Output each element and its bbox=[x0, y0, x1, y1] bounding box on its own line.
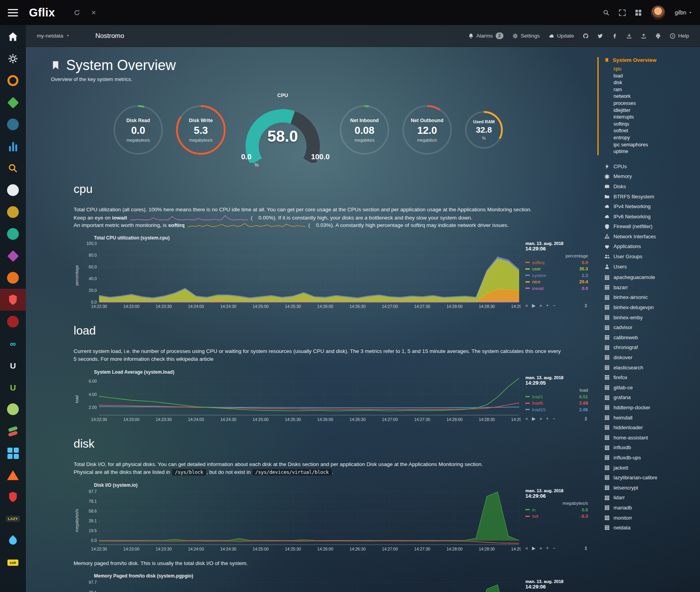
sidebar-app-9[interactable] bbox=[0, 201, 26, 223]
sidebar-section-item[interactable]: IPv4 Networking bbox=[597, 202, 697, 212]
facebook-icon[interactable] bbox=[612, 33, 617, 39]
sidebar-app-item[interactable]: hiddenloader bbox=[597, 423, 697, 433]
sidebar-app-20[interactable] bbox=[0, 442, 26, 464]
legend-item[interactable]: load1 6.51 bbox=[525, 394, 588, 400]
sidebar-app-item[interactable]: jackett bbox=[597, 463, 697, 473]
sidebar-subitem[interactable]: uptime bbox=[604, 148, 697, 155]
sidebar-app-item[interactable]: binhex-delugevpn bbox=[597, 302, 697, 313]
sidebar-app-23[interactable]: LAZY bbox=[0, 508, 26, 530]
sidebar-section-item[interactable]: CPUs bbox=[597, 162, 697, 172]
export-icon[interactable] bbox=[641, 33, 646, 39]
gauge-net-outbound[interactable]: Net Outbound12.0megabits/s bbox=[398, 101, 456, 159]
zoom-out-button[interactable]: − bbox=[553, 416, 556, 421]
search-icon[interactable] bbox=[603, 9, 610, 16]
play-button[interactable]: ▶ bbox=[532, 416, 536, 421]
host-dropdown[interactable]: my-netdata bbox=[37, 33, 70, 39]
sidebar-subitem[interactable]: idlejitter bbox=[604, 107, 697, 114]
legend-item[interactable]: iowait 0.0 bbox=[525, 285, 588, 292]
legend-item[interactable]: out -5.3 bbox=[525, 513, 588, 520]
cpu-plot[interactable]: 100.080.060.040.020.00.014:22:3014:23:00… bbox=[79, 241, 521, 310]
sidebar-app-11[interactable] bbox=[0, 245, 26, 267]
sidebar-subitem[interactable]: processes bbox=[604, 100, 697, 107]
sidebar-section-item[interactable]: BTRFS filesystem bbox=[597, 192, 697, 202]
sidebar-app-item[interactable]: grafana bbox=[597, 392, 697, 403]
sidebar-app-8[interactable] bbox=[0, 179, 26, 201]
sidebar-app-15[interactable]: ∞ bbox=[0, 333, 26, 354]
refresh-tab-icon[interactable] bbox=[74, 9, 80, 16]
alarms-button[interactable]: Alarms 2 bbox=[468, 32, 503, 39]
sidebar-app-item[interactable]: influxdb bbox=[597, 443, 697, 453]
sidebar-app-item[interactable]: chronograf bbox=[597, 342, 697, 353]
sidebar-subitem[interactable]: ipc semaphores bbox=[604, 142, 697, 149]
sidebar-app-item[interactable]: hddtemp-docker bbox=[597, 403, 697, 413]
twitter-icon[interactable] bbox=[597, 33, 603, 39]
settings-button[interactable]: Settings bbox=[512, 33, 540, 39]
disk-plot[interactable]: 97.778.158.639.119.50.014:22:3014:23:001… bbox=[79, 488, 521, 552]
resize-handle[interactable]: ⇕ bbox=[584, 545, 588, 551]
sidebar-app-10[interactable] bbox=[0, 223, 26, 245]
zoom-in-button[interactable]: + bbox=[546, 303, 549, 308]
sidebar-home-button[interactable] bbox=[0, 26, 26, 48]
sidebar-app-18[interactable] bbox=[0, 398, 26, 420]
sidebar-section-item[interactable]: IPv6 Networking bbox=[597, 212, 697, 222]
gauge-disk-write[interactable]: Disk Write5.3megabytes/s bbox=[171, 101, 230, 159]
play-button[interactable]: ▶ bbox=[532, 545, 536, 551]
cpu-chart[interactable]: Total CPU utilization (system.cpu) perce… bbox=[74, 234, 588, 310]
zoom-out-button[interactable]: − bbox=[553, 303, 556, 308]
sidebar-app-item[interactable]: cadvisor bbox=[597, 322, 697, 333]
tabs-grid-icon[interactable] bbox=[635, 9, 642, 16]
sidebar-app-item[interactable]: diskover bbox=[597, 353, 697, 363]
sidebar-subitem[interactable]: entropy bbox=[604, 135, 697, 142]
print-icon[interactable] bbox=[655, 33, 661, 39]
gauge-net-inbound[interactable]: Net Inbound0.08megabits/s bbox=[335, 101, 394, 159]
sidebar-section-item[interactable]: Firewall (netfilter) bbox=[597, 221, 697, 232]
sidebar-app-4[interactable] bbox=[0, 92, 26, 113]
sidebar-subitem[interactable]: cpu bbox=[604, 66, 697, 73]
sidebar-app-item[interactable]: apacheguacamole bbox=[597, 272, 697, 283]
sidebar-app-item[interactable]: lazylibrarian-calibre bbox=[597, 473, 697, 483]
sidebar-app-item[interactable]: firefox bbox=[597, 372, 697, 383]
disk-chart[interactable]: Disk I/O (system.io) megabytes/s 97.778.… bbox=[74, 481, 588, 552]
pan-forward-button[interactable]: » bbox=[539, 545, 542, 551]
github-icon[interactable] bbox=[583, 33, 588, 39]
zoom-in-button[interactable]: + bbox=[546, 545, 549, 551]
fullscreen-icon[interactable] bbox=[619, 9, 626, 16]
legend-item[interactable]: nice 20.4 bbox=[525, 279, 588, 285]
load-plot[interactable]: 6.004.002.0014:22:3014:23:0014:23:3014:2… bbox=[79, 375, 521, 423]
sidebar-app-17[interactable]: U bbox=[0, 376, 26, 398]
sidebar-app-item[interactable]: elasticsearch bbox=[597, 363, 697, 373]
sidebar-app-item[interactable]: calibreweb bbox=[597, 333, 697, 343]
sidebar-app-12[interactable] bbox=[0, 267, 26, 289]
pan-back-button[interactable]: « bbox=[525, 303, 528, 308]
resize-handle[interactable]: ⇕ bbox=[584, 416, 588, 422]
sidebar-subitem[interactable]: softirqs bbox=[604, 121, 697, 128]
sidebar-app-3[interactable] bbox=[0, 70, 26, 92]
sidebar-subitem[interactable]: network bbox=[604, 93, 697, 100]
sidebar-app-22[interactable] bbox=[0, 486, 26, 508]
sidebar-item-system-overview[interactable]: System Overview bbox=[604, 57, 697, 63]
legend-item[interactable]: system 2.3 bbox=[525, 272, 588, 279]
sidebar-app-5[interactable] bbox=[0, 113, 26, 135]
help-button[interactable]: Help bbox=[670, 33, 689, 39]
sidebar-app-14[interactable] bbox=[0, 311, 26, 333]
sidebar-app-item[interactable]: monitorr bbox=[597, 513, 697, 523]
gauge-disk-read[interactable]: Disk Read0.0megabytes/s bbox=[109, 101, 168, 159]
gauge-used-ram[interactable]: Used RAM32.8% bbox=[460, 106, 507, 153]
sidebar-subitem[interactable]: ram bbox=[604, 86, 697, 94]
sidebar-subitem[interactable]: interrupts bbox=[604, 114, 697, 121]
sidebar-app-item[interactable]: netdata bbox=[597, 523, 697, 533]
load-chart[interactable]: System Load Average (system.load) load 6… bbox=[74, 368, 588, 423]
memory-plot[interactable]: 97.778.158.639.119.50.014:22:3014:23:001… bbox=[79, 579, 521, 592]
sidebar-app-6[interactable] bbox=[0, 135, 26, 157]
pan-back-button[interactable]: « bbox=[525, 545, 528, 551]
sidebar-subitem[interactable]: load bbox=[604, 73, 697, 80]
sidebar-app-item[interactable]: influxdb-ups bbox=[597, 453, 697, 463]
sidebar-subitem[interactable]: softnet bbox=[604, 128, 697, 135]
sidebar-app-item[interactable]: heimdall bbox=[597, 413, 697, 423]
legend-item[interactable]: softirq 0.0 bbox=[525, 259, 588, 266]
sidebar-app-item[interactable]: mariadb bbox=[597, 503, 697, 513]
sidebar-app-21[interactable] bbox=[0, 464, 26, 486]
pan-forward-button[interactable]: » bbox=[539, 303, 542, 308]
sidebar-subitem[interactable]: disk bbox=[604, 79, 697, 86]
zoom-in-button[interactable]: + bbox=[546, 416, 549, 421]
